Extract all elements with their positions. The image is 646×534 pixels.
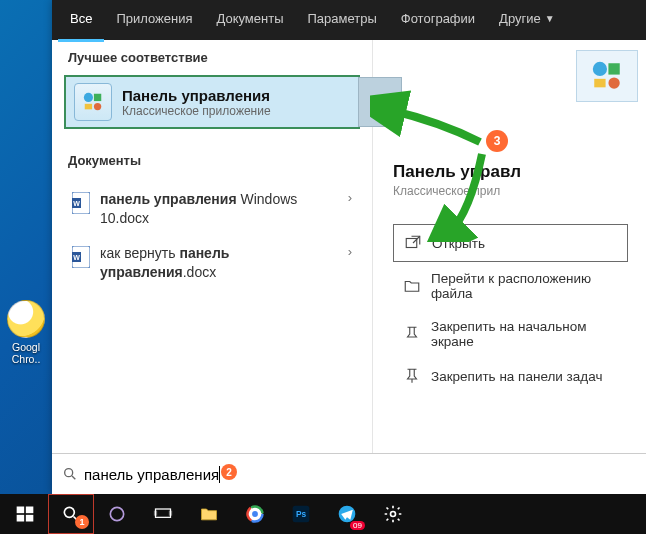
svg-rect-16 bbox=[17, 507, 25, 514]
best-match-item[interactable]: Панель управления Классическое приложени… bbox=[64, 75, 360, 129]
circle-icon bbox=[107, 504, 127, 524]
document-item[interactable]: W как вернуть панель управления.docx › bbox=[52, 236, 372, 290]
best-match-text: Панель управления Классическое приложени… bbox=[122, 87, 271, 118]
document-title: панель управления Windows 10.docx bbox=[100, 190, 340, 228]
chrome-icon bbox=[7, 300, 45, 338]
search-content: Лучшее соответствие Панель управления Кл… bbox=[52, 40, 646, 453]
photoshop-icon: Ps bbox=[291, 504, 311, 524]
taskbar: 1 Ps 09 bbox=[0, 494, 646, 534]
app-subtitle: Классическое прил bbox=[393, 184, 628, 198]
svg-point-10 bbox=[593, 62, 607, 76]
svg-point-13 bbox=[608, 77, 619, 88]
search-bar[interactable]: панель управления 2 bbox=[52, 453, 646, 494]
taskbar-taskview-button[interactable] bbox=[140, 494, 186, 534]
action-pin-start[interactable]: Закрепить на начальном экране bbox=[393, 310, 628, 358]
svg-rect-17 bbox=[26, 507, 34, 514]
taskbar-settings-button[interactable] bbox=[370, 494, 416, 534]
action-open[interactable]: Открыть bbox=[393, 224, 628, 262]
annotation-badge-1: 1 bbox=[75, 515, 89, 529]
tab-documents[interactable]: Документы bbox=[204, 0, 295, 42]
chevron-right-icon: › bbox=[340, 190, 352, 205]
svg-rect-23 bbox=[154, 511, 157, 516]
best-match-title: Панель управления bbox=[122, 87, 271, 104]
app-hero-icon bbox=[576, 50, 638, 102]
svg-point-3 bbox=[94, 103, 101, 110]
svg-rect-11 bbox=[608, 63, 619, 74]
svg-point-29 bbox=[252, 511, 258, 517]
notification-badge: 09 bbox=[350, 521, 365, 530]
svg-point-33 bbox=[391, 512, 396, 517]
tab-settings[interactable]: Параметры bbox=[295, 0, 388, 42]
control-panel-icon bbox=[74, 83, 112, 121]
gear-icon bbox=[383, 504, 403, 524]
taskbar-cortana-button[interactable] bbox=[94, 494, 140, 534]
svg-rect-1 bbox=[94, 94, 101, 101]
svg-point-21 bbox=[110, 507, 123, 520]
chevron-right-icon: › bbox=[340, 244, 352, 259]
search-tabs: Все Приложения Документы Параметры Фотог… bbox=[52, 0, 646, 40]
tab-all[interactable]: Все bbox=[58, 0, 104, 42]
document-item[interactable]: W панель управления Windows 10.docx › bbox=[52, 182, 372, 236]
taskview-icon bbox=[153, 504, 173, 524]
svg-rect-14 bbox=[406, 239, 417, 248]
folder-icon bbox=[403, 277, 421, 295]
svg-rect-19 bbox=[26, 515, 34, 522]
tab-others[interactable]: Другие▼ bbox=[487, 0, 567, 42]
svg-text:W: W bbox=[73, 200, 80, 207]
desktop-icon-chrome[interactable]: Googl Chro.. bbox=[4, 300, 48, 365]
svg-rect-12 bbox=[594, 79, 605, 88]
svg-rect-24 bbox=[169, 511, 172, 516]
svg-point-20 bbox=[64, 507, 74, 517]
taskbar-search-button[interactable]: 1 bbox=[48, 494, 94, 534]
pin-taskbar-icon bbox=[403, 367, 421, 385]
taskbar-chrome-button[interactable] bbox=[232, 494, 278, 534]
documents-list: W панель управления Windows 10.docx › W … bbox=[52, 178, 372, 290]
docx-icon: W bbox=[72, 246, 90, 268]
best-match-header: Лучшее соответствие bbox=[52, 40, 372, 75]
documents-header: Документы bbox=[52, 143, 372, 178]
chrome-icon bbox=[245, 504, 265, 524]
desktop-icon-label: Googl Chro.. bbox=[4, 341, 48, 365]
action-list: Открыть Перейти к расположению файла Зак… bbox=[393, 224, 628, 394]
app-title: Панель управл bbox=[393, 162, 628, 182]
open-icon bbox=[404, 234, 422, 252]
document-title: как вернуть панель управления.docx bbox=[100, 244, 340, 282]
taskbar-photoshop-button[interactable]: Ps bbox=[278, 494, 324, 534]
svg-text:Ps: Ps bbox=[296, 509, 307, 519]
svg-text:W: W bbox=[73, 254, 80, 261]
results-left-column: Лучшее соответствие Панель управления Кл… bbox=[52, 40, 373, 453]
taskbar-telegram-button[interactable]: 09 bbox=[324, 494, 370, 534]
svg-point-0 bbox=[84, 93, 93, 102]
action-open-location[interactable]: Перейти к расположению файла bbox=[393, 262, 628, 310]
taskbar-explorer-button[interactable] bbox=[186, 494, 232, 534]
tab-apps[interactable]: Приложения bbox=[104, 0, 204, 42]
docx-icon: W bbox=[72, 192, 90, 214]
best-match-subtitle: Классическое приложение bbox=[122, 104, 271, 118]
folder-icon bbox=[199, 504, 219, 524]
svg-rect-22 bbox=[156, 509, 171, 517]
svg-rect-18 bbox=[17, 515, 25, 522]
tab-photos[interactable]: Фотографии bbox=[389, 0, 487, 42]
start-search-window: Все Приложения Документы Параметры Фотог… bbox=[52, 0, 646, 494]
svg-rect-2 bbox=[85, 104, 92, 110]
details-pane: Панель управл Классическое прил Открыть … bbox=[373, 40, 646, 453]
chevron-down-icon: ▼ bbox=[545, 13, 555, 24]
pin-start-icon bbox=[403, 325, 421, 343]
start-button[interactable] bbox=[2, 494, 48, 534]
action-pin-taskbar[interactable]: Закрепить на панели задач bbox=[393, 358, 628, 394]
windows-icon bbox=[15, 504, 35, 524]
